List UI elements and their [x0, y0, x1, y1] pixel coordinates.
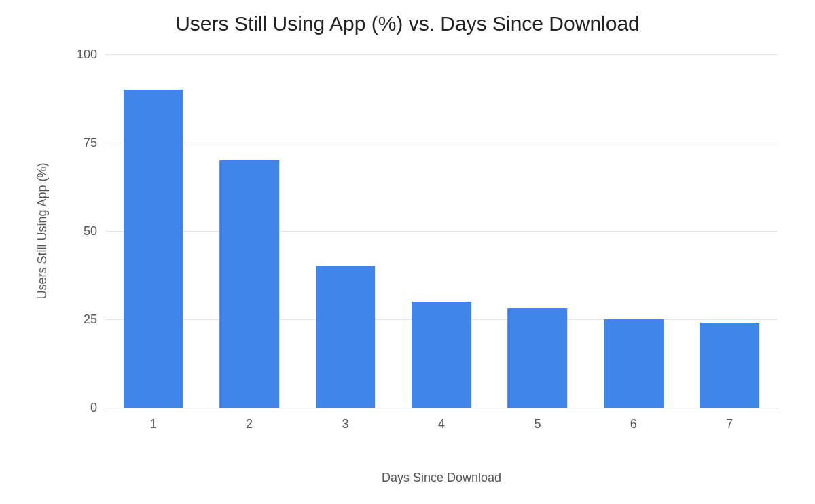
y-tick-label: 75 [84, 136, 97, 150]
bar-slot: 5 [490, 54, 585, 408]
chart-container: Users Still Using App (%) vs. Days Since… [0, 0, 815, 504]
y-tick-label: 50 [84, 224, 97, 238]
bar-slot: 4 [393, 54, 489, 408]
x-tick-label: 7 [726, 417, 733, 431]
bar-slot: 1 [105, 54, 201, 408]
bar-slot: 3 [297, 54, 393, 408]
bar-slot: 6 [585, 54, 681, 408]
x-tick-label: 2 [246, 417, 253, 431]
bar [316, 266, 376, 408]
y-tick-label: 0 [90, 401, 97, 415]
bar [700, 323, 759, 408]
bar [604, 319, 664, 408]
x-tick-label: 5 [534, 417, 541, 431]
baseline [105, 408, 778, 408]
bar [508, 308, 568, 408]
x-tick-label: 1 [150, 417, 157, 431]
plot-area: 02550751001234567 [105, 54, 778, 408]
x-tick-label: 4 [438, 417, 445, 431]
x-tick-label: 3 [342, 417, 349, 431]
bar-slot: 7 [682, 54, 778, 408]
bar [124, 90, 183, 408]
x-axis-label: Days Since Download [105, 471, 778, 485]
bar [412, 302, 471, 408]
y-tick-label: 25 [84, 312, 97, 327]
bar [219, 160, 279, 408]
bar-slot: 2 [201, 54, 297, 408]
chart-title: Users Still Using App (%) vs. Days Since… [0, 0, 815, 35]
y-tick-label: 100 [77, 48, 97, 62]
x-tick-label: 6 [630, 417, 637, 431]
y-axis-label: Users Still Using App (%) [35, 162, 50, 299]
